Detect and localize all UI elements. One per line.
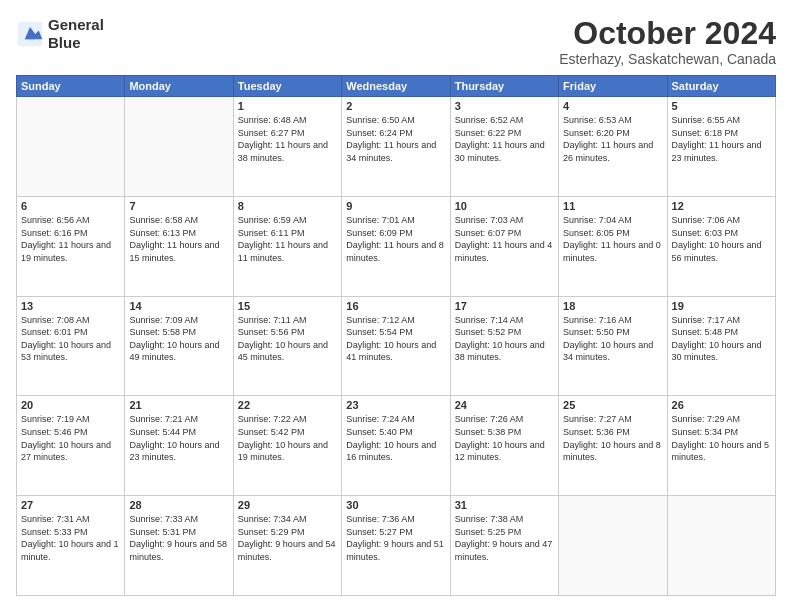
day-info: Sunrise: 6:52 AM Sunset: 6:22 PM Dayligh… xyxy=(455,114,554,164)
day-number: 18 xyxy=(563,300,662,312)
calendar-cell: 12Sunrise: 7:06 AM Sunset: 6:03 PM Dayli… xyxy=(667,196,775,296)
calendar-cell: 1Sunrise: 6:48 AM Sunset: 6:27 PM Daylig… xyxy=(233,97,341,197)
calendar-cell xyxy=(125,97,233,197)
calendar-cell: 30Sunrise: 7:36 AM Sunset: 5:27 PM Dayli… xyxy=(342,496,450,596)
calendar-week-2: 13Sunrise: 7:08 AM Sunset: 6:01 PM Dayli… xyxy=(17,296,776,396)
calendar-cell: 4Sunrise: 6:53 AM Sunset: 6:20 PM Daylig… xyxy=(559,97,667,197)
day-info: Sunrise: 7:12 AM Sunset: 5:54 PM Dayligh… xyxy=(346,314,445,364)
calendar-cell: 6Sunrise: 6:56 AM Sunset: 6:16 PM Daylig… xyxy=(17,196,125,296)
calendar-cell xyxy=(17,97,125,197)
location: Esterhazy, Saskatchewan, Canada xyxy=(559,51,776,67)
day-number: 22 xyxy=(238,399,337,411)
month-title: October 2024 xyxy=(559,16,776,51)
day-number: 10 xyxy=(455,200,554,212)
calendar-cell: 5Sunrise: 6:55 AM Sunset: 6:18 PM Daylig… xyxy=(667,97,775,197)
page: General Blue October 2024 Esterhazy, Sas… xyxy=(0,0,792,612)
day-info: Sunrise: 7:24 AM Sunset: 5:40 PM Dayligh… xyxy=(346,413,445,463)
day-number: 9 xyxy=(346,200,445,212)
day-info: Sunrise: 7:22 AM Sunset: 5:42 PM Dayligh… xyxy=(238,413,337,463)
calendar-cell: 8Sunrise: 6:59 AM Sunset: 6:11 PM Daylig… xyxy=(233,196,341,296)
day-number: 12 xyxy=(672,200,771,212)
day-info: Sunrise: 7:19 AM Sunset: 5:46 PM Dayligh… xyxy=(21,413,120,463)
day-number: 24 xyxy=(455,399,554,411)
day-number: 11 xyxy=(563,200,662,212)
calendar-table: Sunday Monday Tuesday Wednesday Thursday… xyxy=(16,75,776,596)
header-tuesday: Tuesday xyxy=(233,76,341,97)
day-number: 27 xyxy=(21,499,120,511)
calendar-week-0: 1Sunrise: 6:48 AM Sunset: 6:27 PM Daylig… xyxy=(17,97,776,197)
calendar-week-3: 20Sunrise: 7:19 AM Sunset: 5:46 PM Dayli… xyxy=(17,396,776,496)
calendar-cell: 15Sunrise: 7:11 AM Sunset: 5:56 PM Dayli… xyxy=(233,296,341,396)
calendar-cell xyxy=(667,496,775,596)
calendar-cell: 23Sunrise: 7:24 AM Sunset: 5:40 PM Dayli… xyxy=(342,396,450,496)
day-number: 30 xyxy=(346,499,445,511)
day-info: Sunrise: 7:14 AM Sunset: 5:52 PM Dayligh… xyxy=(455,314,554,364)
day-number: 16 xyxy=(346,300,445,312)
day-info: Sunrise: 7:31 AM Sunset: 5:33 PM Dayligh… xyxy=(21,513,120,563)
day-info: Sunrise: 6:59 AM Sunset: 6:11 PM Dayligh… xyxy=(238,214,337,264)
day-number: 28 xyxy=(129,499,228,511)
day-info: Sunrise: 7:16 AM Sunset: 5:50 PM Dayligh… xyxy=(563,314,662,364)
calendar-cell: 13Sunrise: 7:08 AM Sunset: 6:01 PM Dayli… xyxy=(17,296,125,396)
day-number: 15 xyxy=(238,300,337,312)
calendar-cell: 9Sunrise: 7:01 AM Sunset: 6:09 PM Daylig… xyxy=(342,196,450,296)
logo-text: General Blue xyxy=(48,16,104,52)
day-info: Sunrise: 7:17 AM Sunset: 5:48 PM Dayligh… xyxy=(672,314,771,364)
day-number: 23 xyxy=(346,399,445,411)
calendar-cell: 21Sunrise: 7:21 AM Sunset: 5:44 PM Dayli… xyxy=(125,396,233,496)
day-number: 21 xyxy=(129,399,228,411)
day-info: Sunrise: 7:06 AM Sunset: 6:03 PM Dayligh… xyxy=(672,214,771,264)
day-number: 31 xyxy=(455,499,554,511)
calendar-cell: 16Sunrise: 7:12 AM Sunset: 5:54 PM Dayli… xyxy=(342,296,450,396)
day-info: Sunrise: 6:50 AM Sunset: 6:24 PM Dayligh… xyxy=(346,114,445,164)
day-number: 26 xyxy=(672,399,771,411)
day-info: Sunrise: 7:11 AM Sunset: 5:56 PM Dayligh… xyxy=(238,314,337,364)
day-info: Sunrise: 7:21 AM Sunset: 5:44 PM Dayligh… xyxy=(129,413,228,463)
header-thursday: Thursday xyxy=(450,76,558,97)
day-number: 17 xyxy=(455,300,554,312)
day-number: 19 xyxy=(672,300,771,312)
calendar-cell: 3Sunrise: 6:52 AM Sunset: 6:22 PM Daylig… xyxy=(450,97,558,197)
day-number: 29 xyxy=(238,499,337,511)
day-info: Sunrise: 7:33 AM Sunset: 5:31 PM Dayligh… xyxy=(129,513,228,563)
header-saturday: Saturday xyxy=(667,76,775,97)
day-number: 13 xyxy=(21,300,120,312)
calendar-cell: 7Sunrise: 6:58 AM Sunset: 6:13 PM Daylig… xyxy=(125,196,233,296)
day-number: 1 xyxy=(238,100,337,112)
calendar-cell: 20Sunrise: 7:19 AM Sunset: 5:46 PM Dayli… xyxy=(17,396,125,496)
day-info: Sunrise: 7:29 AM Sunset: 5:34 PM Dayligh… xyxy=(672,413,771,463)
day-info: Sunrise: 7:03 AM Sunset: 6:07 PM Dayligh… xyxy=(455,214,554,264)
calendar-cell: 26Sunrise: 7:29 AM Sunset: 5:34 PM Dayli… xyxy=(667,396,775,496)
header-monday: Monday xyxy=(125,76,233,97)
day-info: Sunrise: 7:27 AM Sunset: 5:36 PM Dayligh… xyxy=(563,413,662,463)
day-info: Sunrise: 7:04 AM Sunset: 6:05 PM Dayligh… xyxy=(563,214,662,264)
day-info: Sunrise: 7:01 AM Sunset: 6:09 PM Dayligh… xyxy=(346,214,445,264)
logo: General Blue xyxy=(16,16,104,52)
calendar-cell: 24Sunrise: 7:26 AM Sunset: 5:38 PM Dayli… xyxy=(450,396,558,496)
day-number: 14 xyxy=(129,300,228,312)
day-info: Sunrise: 6:56 AM Sunset: 6:16 PM Dayligh… xyxy=(21,214,120,264)
calendar-cell: 11Sunrise: 7:04 AM Sunset: 6:05 PM Dayli… xyxy=(559,196,667,296)
day-info: Sunrise: 7:36 AM Sunset: 5:27 PM Dayligh… xyxy=(346,513,445,563)
calendar-cell: 27Sunrise: 7:31 AM Sunset: 5:33 PM Dayli… xyxy=(17,496,125,596)
logo-icon xyxy=(16,20,44,48)
day-number: 7 xyxy=(129,200,228,212)
day-number: 20 xyxy=(21,399,120,411)
weekday-header-row: Sunday Monday Tuesday Wednesday Thursday… xyxy=(17,76,776,97)
calendar-cell: 22Sunrise: 7:22 AM Sunset: 5:42 PM Dayli… xyxy=(233,396,341,496)
day-info: Sunrise: 6:58 AM Sunset: 6:13 PM Dayligh… xyxy=(129,214,228,264)
header: General Blue October 2024 Esterhazy, Sas… xyxy=(16,16,776,67)
calendar-cell: 17Sunrise: 7:14 AM Sunset: 5:52 PM Dayli… xyxy=(450,296,558,396)
calendar-week-4: 27Sunrise: 7:31 AM Sunset: 5:33 PM Dayli… xyxy=(17,496,776,596)
calendar-cell: 25Sunrise: 7:27 AM Sunset: 5:36 PM Dayli… xyxy=(559,396,667,496)
header-friday: Friday xyxy=(559,76,667,97)
header-wednesday: Wednesday xyxy=(342,76,450,97)
calendar-cell: 31Sunrise: 7:38 AM Sunset: 5:25 PM Dayli… xyxy=(450,496,558,596)
calendar-cell: 28Sunrise: 7:33 AM Sunset: 5:31 PM Dayli… xyxy=(125,496,233,596)
day-info: Sunrise: 7:26 AM Sunset: 5:38 PM Dayligh… xyxy=(455,413,554,463)
title-block: October 2024 Esterhazy, Saskatchewan, Ca… xyxy=(559,16,776,67)
day-number: 25 xyxy=(563,399,662,411)
day-info: Sunrise: 6:55 AM Sunset: 6:18 PM Dayligh… xyxy=(672,114,771,164)
day-info: Sunrise: 7:34 AM Sunset: 5:29 PM Dayligh… xyxy=(238,513,337,563)
day-number: 4 xyxy=(563,100,662,112)
